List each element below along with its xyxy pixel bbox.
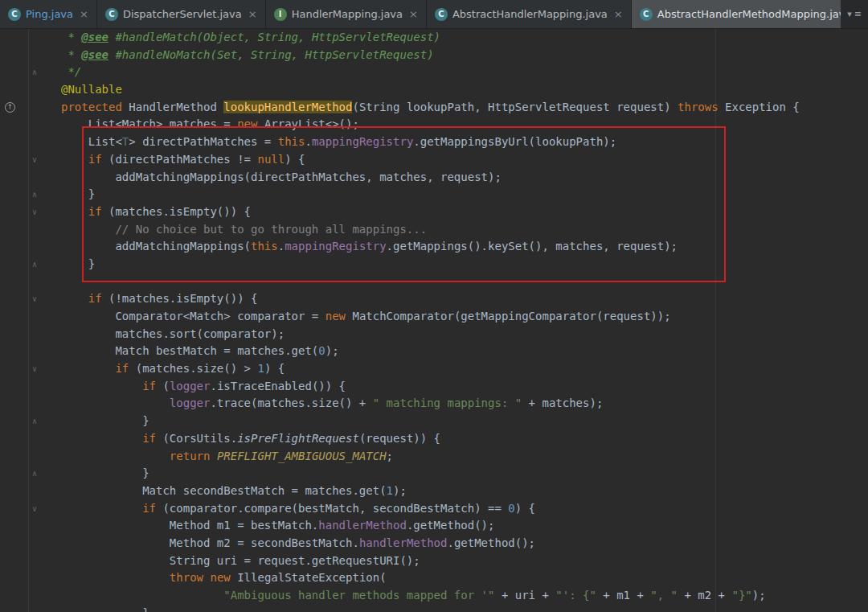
code-line[interactable]: Comparator<Match> comparator = new Match… <box>0 308 868 326</box>
code-line[interactable]: return PREFLIGHT_AMBIGUOUS_MATCH; <box>0 448 868 466</box>
code-text: } <box>58 256 95 273</box>
code-text: if (directPathMatches != null) { <box>58 151 305 169</box>
code-text: addMatchingMappings(this.mappingRegistry… <box>58 238 678 256</box>
code-text: * @see #handleMatch(Object, String, Http… <box>58 29 440 47</box>
gutter-icon-area <box>0 569 29 587</box>
code-lines: * @see #handleMatch(Object, String, Http… <box>0 29 868 612</box>
code-line[interactable]: logger.trace(matches.size() + " matching… <box>0 395 868 413</box>
tab-label: Ping.java <box>26 8 73 20</box>
code-line[interactable]: Match bestMatch = matches.get(0); <box>0 343 868 360</box>
gutter-fold-area: ∧ <box>29 186 58 203</box>
code-line[interactable]: Method m2 = secondBestMatch.handlerMetho… <box>0 535 868 552</box>
code-line[interactable]: ∧ } <box>0 186 868 203</box>
interface-file-icon: I <box>274 8 287 21</box>
code-text: if (logger.isTraceEnabled()) { <box>58 378 346 396</box>
code-text: * @see #handleNoMatch(Set, String, HttpS… <box>58 47 434 64</box>
class-file-icon: C <box>105 8 118 21</box>
code-line[interactable]: // No choice but to go through all mappi… <box>0 221 868 239</box>
code-line[interactable]: ∨ if (matches.size() > 1) { <box>0 360 868 378</box>
gutter-fold-area <box>29 605 58 612</box>
tab-list-menu-icon[interactable]: ≡ <box>854 9 862 19</box>
fold-marker-icon[interactable]: ∨ <box>32 504 37 513</box>
gutter-icon-area <box>0 273 29 291</box>
code-line[interactable]: * @see #handleMatch(Object, String, Http… <box>0 29 868 47</box>
code-line[interactable]: addMatchingMappings(this.mappingRegistry… <box>0 238 868 256</box>
gutter-icon-area: ↑ <box>0 99 29 117</box>
gutter-icon-area <box>0 133 29 151</box>
code-line[interactable]: ∧ } <box>0 465 868 483</box>
gutter-fold-area <box>29 552 58 570</box>
gutter-fold-area: ∨ <box>29 151 58 169</box>
fold-marker-icon[interactable]: ∧ <box>32 260 37 269</box>
fold-marker-icon[interactable]: ∨ <box>32 155 37 164</box>
fold-marker-icon[interactable]: ∧ <box>32 68 37 76</box>
code-line[interactable]: List<Match> matches = new ArrayList<>(); <box>0 116 868 133</box>
code-line[interactable]: * @see #handleNoMatch(Set, String, HttpS… <box>0 47 868 64</box>
code-text: if (CorsUtils.isPreFlightRequest(request… <box>58 430 440 448</box>
gutter-icon-area <box>0 552 29 570</box>
code-text: return PREFLIGHT_AMBIGUOUS_MATCH; <box>58 448 393 466</box>
code-line[interactable]: ∨ if (matches.isEmpty()) { <box>0 203 868 221</box>
gutter-fold-area: ∨ <box>29 290 58 308</box>
tab-DispatcherServlet.java[interactable]: CDispatcherServlet.java× <box>97 0 266 28</box>
code-line[interactable]: if (CorsUtils.isPreFlightRequest(request… <box>0 430 868 448</box>
code-line[interactable]: ∧ } <box>0 413 868 430</box>
gutter-fold-area <box>29 133 58 151</box>
gutter-fold-area <box>29 430 58 448</box>
code-line[interactable] <box>0 273 868 291</box>
gutter-icon-area <box>0 326 29 343</box>
close-icon[interactable]: × <box>248 8 257 20</box>
code-line[interactable]: ∨ if (!matches.isEmpty()) { <box>0 290 868 308</box>
code-line[interactable]: "Ambiguous handler methods mapped for '"… <box>0 587 868 605</box>
close-icon[interactable]: × <box>614 8 623 20</box>
gutter-icon-area <box>0 500 29 518</box>
code-line[interactable]: } <box>0 605 868 612</box>
code-line[interactable]: if (logger.isTraceEnabled()) { <box>0 378 868 396</box>
tab-AbstractHandlerMethodMapping.java[interactable]: CAbstractHandlerMethodMapping.java× <box>632 0 841 28</box>
fold-marker-icon[interactable]: ∧ <box>32 417 37 425</box>
gutter-icon-area <box>0 64 29 81</box>
code-text: } <box>58 186 95 203</box>
code-line[interactable]: @Nullable <box>0 81 868 99</box>
close-icon[interactable]: × <box>80 8 88 20</box>
code-text: addMatchingMappings(directPathMatches, m… <box>58 169 502 187</box>
fold-marker-icon[interactable]: ∧ <box>32 469 37 478</box>
fold-marker-icon[interactable]: ∨ <box>32 207 37 216</box>
code-line[interactable]: ∧ } <box>0 256 868 273</box>
code-text: */ <box>58 64 81 81</box>
code-line[interactable]: List<T> directPathMatches = this.mapping… <box>0 133 868 151</box>
code-editor[interactable]: * @see #handleMatch(Object, String, Http… <box>0 29 868 612</box>
code-line[interactable]: ∨ if (directPathMatches != null) { <box>0 151 868 169</box>
code-line[interactable]: String uri = request.getRequestURI(); <box>0 552 868 570</box>
gutter-icon-area <box>0 186 29 203</box>
gutter-fold-area <box>29 343 58 360</box>
code-text: } <box>58 413 149 430</box>
gutter-fold-area <box>29 116 58 133</box>
code-line[interactable]: ∨ if (comparator.compare(bestMatch, seco… <box>0 500 868 518</box>
code-line[interactable]: Match secondBestMatch = matches.get(1); <box>0 483 868 500</box>
code-line[interactable]: Method m1 = bestMatch.handlerMethod.getM… <box>0 517 868 535</box>
fold-marker-icon[interactable]: ∧ <box>32 190 37 199</box>
tab-HandlerMapping.java[interactable]: IHandlerMapping.java× <box>266 0 427 28</box>
gutter-fold-area: ∧ <box>29 413 58 430</box>
override-method-gutter-icon[interactable]: ↑ <box>5 102 15 113</box>
code-line[interactable]: addMatchingMappings(directPathMatches, m… <box>0 169 868 187</box>
code-line[interactable]: ↑protected HandlerMethod lookupHandlerMe… <box>0 99 868 117</box>
tab-AbstractHandlerMapping.java[interactable]: CAbstractHandlerMapping.java× <box>427 0 632 28</box>
gutter-icon-area <box>0 448 29 466</box>
code-line[interactable]: ∧ */ <box>0 64 868 81</box>
gutter-icon-area <box>0 169 29 187</box>
tab-Ping.java[interactable]: CPing.java× <box>0 0 97 28</box>
gutter-fold-area <box>29 81 58 99</box>
chevron-down-icon[interactable]: ▾ <box>847 9 852 19</box>
code-line[interactable]: matches.sort(comparator); <box>0 326 868 343</box>
close-icon[interactable]: × <box>409 8 418 20</box>
tab-options[interactable]: ▾ ≡ <box>841 0 868 28</box>
gutter-icon-area <box>0 343 29 360</box>
code-text: List<T> directPathMatches = this.mapping… <box>58 133 616 151</box>
fold-marker-icon[interactable]: ∨ <box>32 294 37 303</box>
code-line[interactable]: throw new IllegalStateException( <box>0 569 868 587</box>
gutter-fold-area <box>29 47 58 64</box>
code-text: protected HandlerMethod lookupHandlerMet… <box>58 99 800 117</box>
fold-marker-icon[interactable]: ∨ <box>32 364 37 373</box>
